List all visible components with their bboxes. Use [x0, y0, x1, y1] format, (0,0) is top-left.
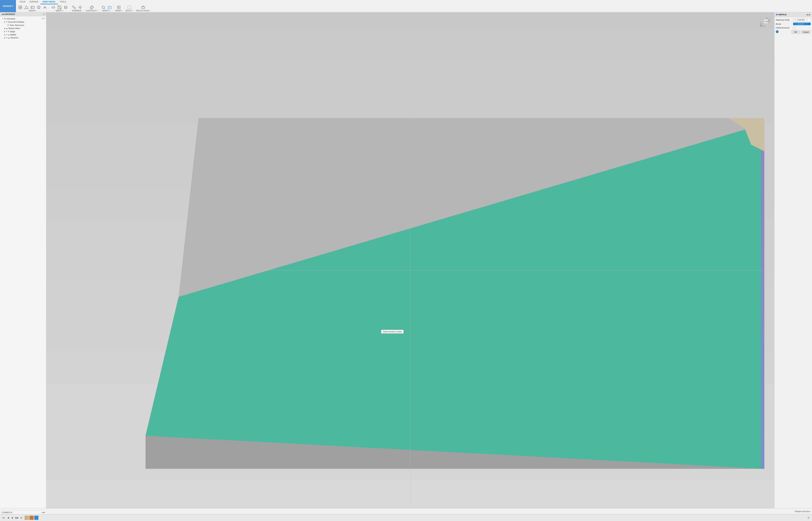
tree-settings-icon[interactable]: ⚙ [43, 18, 45, 20]
design-button[interactable]: DESIGN ▾ [0, 0, 16, 12]
timeline-item-1[interactable] [25, 516, 29, 520]
browser-search-icon[interactable]: ⊙ [43, 13, 45, 16]
toolbar-group-insert: INSERT ▾ [114, 4, 124, 12]
assemble-group-label[interactable]: ASSEMBLE ▾ [72, 10, 82, 12]
insert-group-label[interactable]: INSERT ▾ [115, 10, 123, 12]
unfold-all-checkbox[interactable] [793, 27, 795, 29]
ok-button[interactable]: OK [791, 30, 800, 34]
tab-tools[interactable]: TOOLS [58, 0, 68, 4]
panel-header: UNFOLD ◀ ▶ [774, 12, 812, 17]
tree-eye-icon[interactable]: 👁 [42, 18, 43, 20]
modify-btn-1[interactable] [50, 5, 56, 10]
bends-label: Bends [776, 23, 792, 25]
create-group-label[interactable]: CREATE ▾ [29, 10, 37, 12]
comments-label: COMMENTS [1, 512, 41, 514]
svg-line-18 [104, 8, 105, 9]
tab-sheet-metal[interactable]: SHEET METAL [41, 0, 58, 4]
insert-btn-1[interactable] [116, 5, 122, 10]
stationary-entity-clear[interactable]: ✕ [806, 19, 807, 21]
create-btn-2[interactable] [24, 5, 29, 10]
construct-group-label[interactable]: CONSTRUCT ▾ [86, 10, 98, 12]
comments-bar: COMMENTS ● ▶ [0, 511, 46, 514]
tree-label-named-views: Named Views [8, 27, 20, 29]
create-dropdown-arrow: ▾ [36, 10, 37, 12]
sketches-folder-icon: ▬ [8, 37, 10, 39]
tree-item-rule-steel[interactable]: 📋 Rule: Steel (mm) [0, 23, 46, 27]
top-toolbar: DESIGN ▾ SOLID SURFACE SHEET METAL TOOLS [0, 0, 812, 12]
tab-surface[interactable]: SURFACE [27, 0, 41, 4]
tree-label-sketches: Sketches [10, 37, 18, 39]
settings-icon: ⚙ [6, 21, 7, 23]
comments-collapse-icon[interactable]: ▶ [44, 511, 45, 514]
modify-btn-3[interactable] [63, 5, 68, 10]
right-panel: UNFOLD ◀ ▶ Stationary Entity ↖ 1 selecte… [774, 12, 812, 508]
toolbar-group-modify: MODIFY ▾ [49, 4, 70, 12]
timeline-first-btn[interactable]: ⏮ [2, 516, 5, 520]
tree-item-unsaved[interactable]: ▼ ◉ (Unsaved) 👁 ⚙ [0, 17, 46, 20]
info-icon[interactable]: i [776, 30, 778, 33]
tree-label-origin: Origin [10, 30, 15, 32]
inspect-btn-2[interactable] [107, 5, 112, 10]
timeline-next-btn[interactable]: ▶▶ [15, 516, 19, 520]
svg-marker-3 [25, 6, 28, 9]
timeline-play-btn[interactable]: ▶ [10, 516, 15, 520]
select-btn-1[interactable] [127, 5, 132, 10]
tree-item-bodies[interactable]: ▶ 👁 ▬ Bodies [0, 33, 46, 36]
svg-line-33 [761, 23, 762, 26]
browser-title: BROWSER [5, 13, 42, 15]
svg-line-10 [58, 6, 61, 9]
tree-item-origin[interactable]: ▶ 👁 ⊕ Origin [0, 30, 46, 33]
timeline-controls: ⏮ ◀ ▶ ▶▶ ⏭ [2, 516, 23, 520]
timeline-prev-btn[interactable]: ◀ [6, 516, 10, 520]
cursor-icon: ↖ [795, 19, 796, 21]
timeline-settings-btn[interactable]: ⚙ [807, 516, 810, 520]
panel-status-dot [776, 14, 777, 16]
create-btn-3[interactable] [30, 5, 35, 10]
svg-rect-11 [72, 6, 74, 7]
tree-item-named-views[interactable]: ▶ ▬ Named Views [0, 27, 46, 30]
modify-group-label[interactable]: MODIFY ▾ [56, 10, 63, 12]
cancel-button[interactable]: Cancel [801, 30, 811, 34]
sidebar-collapse-icon[interactable]: ◀◀ [1, 13, 4, 16]
toolbar-tabs: SOLID SURFACE SHEET METAL TOOLS [16, 0, 812, 4]
viewport[interactable]: Select bends to unfold X Y Z FRONT TOP [46, 12, 774, 508]
view-cube[interactable]: X Y Z FRONT TOP R [759, 14, 772, 28]
bends-badge[interactable]: ↖ 1 selected ✕ [793, 23, 811, 25]
tab-solid[interactable]: SOLID [18, 0, 27, 4]
bends-clear[interactable]: ✕ [806, 23, 807, 25]
create-btn-4[interactable] [36, 5, 42, 10]
tree-chevron-bodies: ▶ [4, 34, 5, 36]
timeline-last-btn[interactable]: ⏭ [20, 516, 23, 520]
modify-btn-2[interactable] [57, 5, 62, 10]
tree-chevron-doc: ▶ [4, 21, 5, 23]
create-btn-5[interactable] [42, 5, 48, 10]
inspect-btn-1[interactable] [101, 5, 106, 10]
stationary-entity-badge[interactable]: ↖ 1 selected ✕ [793, 18, 811, 21]
tree-eye-sketches[interactable]: 👁 [6, 37, 7, 39]
tree-eye-origin[interactable]: 👁 [6, 30, 7, 32]
origin-icon: ⊕ [8, 30, 9, 32]
select-group-label[interactable]: SELECT ▾ [126, 10, 133, 12]
tree-item-sketches[interactable]: ▶ 👁 ▬ Sketches [0, 36, 46, 39]
panel-prev-arrow[interactable]: ◀ [806, 13, 808, 16]
stationary-entity-label: Stationary Entity [776, 19, 792, 21]
assemble-btn-1[interactable] [71, 5, 77, 10]
svg-text:Y: Y [760, 21, 761, 23]
refold-group-label[interactable]: REFOLD FACES ▾ [136, 10, 150, 12]
tree-eye-bodies[interactable]: 👁 [6, 34, 7, 36]
stationary-entity-value: 1 selected [797, 19, 805, 21]
panel-next-arrow[interactable]: ▶ [809, 13, 811, 16]
timeline-items [25, 516, 805, 520]
comments-expand-icon[interactable]: ● [42, 512, 43, 514]
refold-btn-1[interactable] [140, 5, 146, 10]
construct-btn-1[interactable] [89, 5, 94, 10]
tree-item-doc-settings[interactable]: ▶ ⚙ Document Settings [0, 20, 46, 23]
create-btn-1[interactable] [18, 5, 23, 10]
panel-content: Stationary Entity ↖ 1 selected ✕ Bends ↖… [774, 17, 812, 35]
timeline-item-2[interactable] [29, 516, 34, 520]
svg-rect-4 [31, 6, 34, 8]
timeline-item-3[interactable] [34, 516, 38, 520]
inspect-group-label[interactable]: INSPECT ▾ [102, 10, 111, 12]
assemble-btn-2[interactable] [78, 5, 83, 10]
svg-marker-29 [761, 118, 764, 469]
